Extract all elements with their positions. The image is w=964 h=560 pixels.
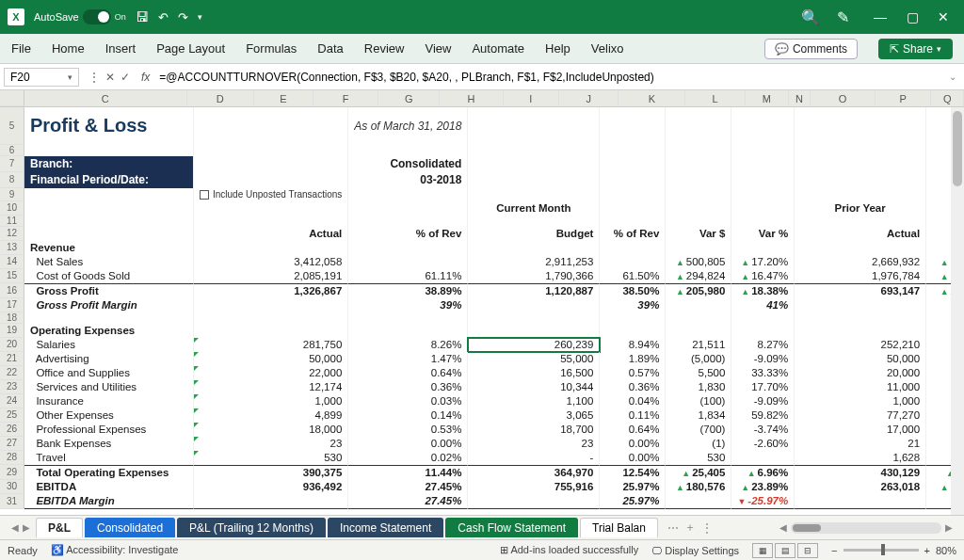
maximize-button[interactable]: ▢ (899, 9, 926, 24)
column-header-H[interactable]: H (440, 90, 503, 106)
cell[interactable]: 936,492 (194, 480, 348, 494)
cell[interactable]: Include Unposted Transactions (194, 188, 348, 201)
cell[interactable]: Salaries (24, 338, 194, 352)
cell[interactable] (600, 107, 666, 145)
cell[interactable]: 11,000 (795, 380, 926, 394)
cell[interactable]: Branch: (24, 156, 194, 172)
cell[interactable]: 8.26% (348, 338, 468, 352)
cell[interactable]: 0.36% (600, 380, 666, 394)
row-header-23[interactable]: 23 (0, 380, 24, 394)
cell[interactable]: 0.03% (348, 394, 468, 408)
row-header-19[interactable]: 19 (0, 324, 24, 338)
cell[interactable]: 39% (348, 298, 468, 312)
cell[interactable] (731, 156, 795, 172)
row-header-14[interactable]: 14 (0, 255, 24, 269)
cell[interactable]: 61.50% (600, 269, 666, 283)
cell[interactable]: Services and Utilities (24, 380, 194, 394)
cell[interactable]: 27.45% (348, 494, 468, 509)
cell[interactable] (795, 324, 926, 338)
redo-icon[interactable]: ↷ (178, 10, 188, 24)
cell[interactable] (731, 172, 795, 188)
autosave-toggle[interactable]: AutoSave On (34, 9, 126, 24)
cell[interactable]: 18,700 (468, 423, 600, 437)
page-break-view-icon[interactable]: ⊟ (797, 543, 818, 558)
cell[interactable]: 50,000 (194, 352, 348, 366)
row-header-30[interactable]: 30 (0, 480, 24, 494)
name-box[interactable]: F20▾ (4, 68, 79, 87)
row-header-11[interactable]: 11 (0, 216, 24, 227)
cell[interactable]: 5,500 (666, 366, 731, 380)
cell[interactable] (348, 188, 468, 201)
cell[interactable] (600, 156, 666, 172)
cell[interactable]: 364,970 (468, 465, 600, 480)
sheet-tab-trial-balan[interactable]: Trial Balan (580, 518, 658, 537)
save-icon[interactable]: 🖫 (136, 9, 149, 24)
cell[interactable] (194, 298, 348, 312)
cell[interactable]: 39% (600, 298, 666, 312)
cell[interactable]: EBITDA Margin (24, 494, 194, 509)
cell[interactable]: 0.00% (600, 437, 666, 451)
cell[interactable]: 430,129 (795, 465, 926, 480)
cell[interactable] (194, 172, 348, 188)
cell[interactable]: 0.64% (600, 423, 666, 437)
row-header-20[interactable]: 20 (0, 338, 24, 352)
cell[interactable] (731, 312, 795, 324)
cell[interactable]: 41% (731, 298, 795, 312)
cell[interactable]: Actual (795, 227, 926, 241)
column-header-Q[interactable]: Q (931, 90, 964, 106)
cell[interactable]: ▲16.47% (731, 269, 795, 283)
cell[interactable] (600, 216, 666, 227)
column-header-I[interactable]: I (504, 90, 560, 106)
cell[interactable] (731, 324, 795, 338)
cell[interactable] (666, 241, 731, 255)
cell[interactable]: ▲500,805 (666, 255, 731, 269)
cell[interactable]: 1,830 (666, 380, 731, 394)
cell[interactable]: As of March 31, 2018 (348, 107, 468, 145)
cell[interactable]: 3,065 (468, 408, 600, 423)
undo-icon[interactable]: ↶ (158, 10, 169, 24)
row-header-5[interactable]: 5 (0, 107, 24, 145)
cell[interactable]: % of Rev (348, 227, 468, 241)
row-header-31[interactable]: 31 (0, 494, 24, 509)
cell[interactable] (468, 494, 600, 509)
row-header-22[interactable]: 22 (0, 366, 24, 380)
cell[interactable]: -9.09% (731, 352, 795, 366)
cell[interactable]: ▲23.89% (731, 480, 795, 494)
cell[interactable]: Revenue (24, 241, 194, 255)
row-header-12[interactable]: 12 (0, 227, 24, 241)
ribbon-tab-formulas[interactable]: Formulas (246, 41, 297, 56)
pen-icon[interactable]: ✎ (837, 8, 849, 26)
cell[interactable]: 1,326,867 (194, 283, 348, 298)
cell[interactable] (468, 156, 600, 172)
cell[interactable]: 0.11% (600, 408, 666, 423)
cell[interactable]: 1,000 (795, 394, 926, 408)
cell[interactable]: Total Operating Expenses (24, 465, 194, 480)
cell[interactable]: 18,000 (194, 423, 348, 437)
cell[interactable] (666, 145, 731, 156)
cell[interactable] (731, 107, 795, 145)
cell[interactable] (194, 156, 348, 172)
cell[interactable]: 21 (795, 437, 926, 451)
row-header-24[interactable]: 24 (0, 394, 24, 408)
cell[interactable] (194, 324, 348, 338)
cell[interactable]: 252,210 (795, 338, 926, 352)
cell[interactable] (194, 107, 348, 145)
cell[interactable]: (700) (666, 423, 731, 437)
cell[interactable] (666, 298, 731, 312)
accessibility-status[interactable]: ♿ Accessibility: Investigate (51, 544, 179, 556)
cell[interactable]: Financial Period/Date: (24, 172, 194, 188)
cell[interactable]: 8.94% (600, 338, 666, 352)
cell[interactable]: 0.00% (600, 451, 666, 465)
cell[interactable]: 281,750 (194, 338, 348, 352)
new-sheet-icon[interactable]: ＋ (684, 520, 696, 536)
row-header-21[interactable]: 21 (0, 352, 24, 366)
cell[interactable]: Profit & Loss (24, 107, 194, 145)
cell[interactable]: Travel (24, 451, 194, 465)
cell[interactable] (666, 172, 731, 188)
cell[interactable] (468, 298, 600, 312)
column-header-P[interactable]: P (876, 90, 932, 106)
row-header-15[interactable]: 15 (0, 269, 24, 283)
chevron-down-icon[interactable]: ▾ (68, 72, 72, 82)
horizontal-scrollbar[interactable] (791, 522, 941, 534)
cell[interactable] (666, 107, 731, 145)
